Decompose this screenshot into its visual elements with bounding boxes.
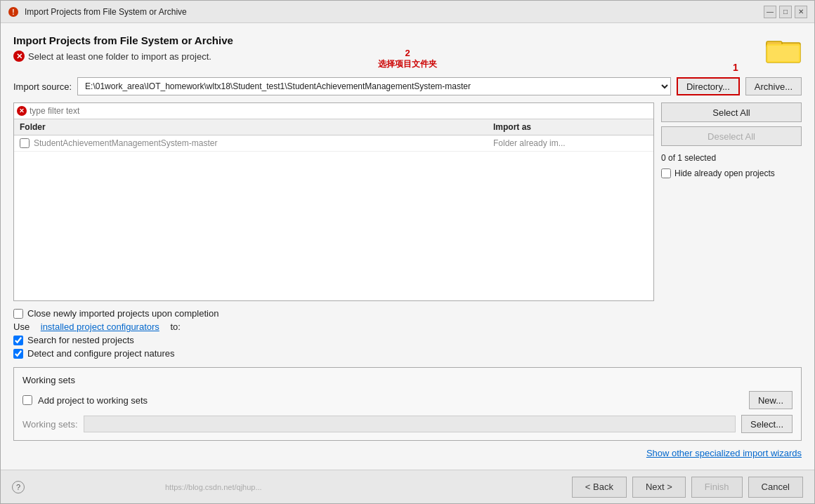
cancel-button[interactable]: Cancel — [748, 477, 803, 498]
back-button[interactable]: < Back — [572, 477, 627, 498]
error-icon: ✕ — [13, 51, 25, 62]
working-sets-label-row: Working sets: Select... — [22, 415, 793, 433]
close-newly-row: Close newly imported projects upon compl… — [13, 308, 802, 319]
options-area: Close newly imported projects upon compl… — [13, 308, 802, 362]
error-message: Select at least one folder to import as … — [28, 51, 211, 62]
col-folder-header: Folder — [20, 122, 493, 132]
folder-name: StudentAchievementManagementSystem-maste… — [34, 138, 217, 148]
detect-natures-checkbox[interactable] — [13, 349, 23, 359]
hide-checkbox[interactable] — [661, 168, 671, 178]
close-newly-checkbox[interactable] — [13, 309, 23, 319]
dialog-title: Import Projects from File System or Arch… — [13, 34, 233, 46]
select-all-button[interactable]: Select All — [661, 102, 802, 122]
hide-row: Hide already open projects — [661, 168, 802, 178]
close-button[interactable]: ✕ — [795, 6, 807, 18]
filter-error-icon: ✕ — [17, 106, 27, 116]
import-source-select[interactable]: E:\01work_area\IOT_homework\wltx18\Stude… — [77, 77, 671, 95]
deselect-all-button[interactable]: Deselect All — [661, 126, 802, 146]
import-source-label: Import source: — [13, 81, 72, 92]
new-working-set-button[interactable]: New... — [749, 391, 793, 409]
search-nested-label: Search for nested projects — [27, 335, 134, 345]
to-text: to: — [170, 321, 180, 332]
use-text: Use — [13, 321, 30, 332]
main-window: ! Import Projects from File System or Ar… — [0, 0, 815, 504]
table-header: Folder Import as — [14, 119, 653, 135]
bottom-bar: ? https://blog.csdn.net/qjhup... < Back … — [1, 470, 814, 503]
import-source-row: Import source: E:\01work_area\IOT_homewo… — [13, 77, 802, 95]
finish-button[interactable]: Finish — [691, 477, 743, 498]
filter-row: ✕ — [14, 103, 653, 119]
error-row: ✕ Select at least one folder to import a… — [13, 51, 233, 62]
hide-label: Hide already open projects — [674, 168, 775, 178]
dialog-header: Import Projects from File System or Arch… — [13, 34, 802, 72]
show-wizards-link[interactable]: Show other specialized import wizards — [646, 448, 802, 458]
archive-button[interactable]: Archive... — [745, 77, 802, 95]
bottom-right: < Back Next > Finish Cancel — [572, 477, 803, 498]
maximize-button[interactable]: □ — [779, 6, 792, 18]
working-sets-title: Working sets — [22, 375, 793, 385]
configurators-link[interactable]: installed project configurators — [41, 321, 159, 332]
row-checkbox[interactable] — [20, 138, 30, 148]
filter-input[interactable] — [30, 106, 651, 116]
svg-rect-5 — [768, 46, 799, 61]
window-title: Import Projects from File System or Arch… — [25, 7, 187, 17]
title-bar: ! Import Projects from File System or Ar… — [1, 1, 814, 23]
working-sets-label: Working sets: — [22, 419, 78, 430]
detect-natures-label: Detect and configure project natures — [27, 348, 175, 359]
dialog-content: Import Projects from File System or Arch… — [1, 23, 814, 470]
working-sets-add-row: Add project to working sets New... — [22, 391, 793, 409]
folder-icon-large — [765, 34, 802, 66]
main-area: ✕ Folder Import as StudentAchievementMan… — [13, 102, 802, 301]
selected-count: 0 of 1 selected — [661, 153, 802, 163]
folders-panel: ✕ Folder Import as StudentAchievementMan… — [13, 102, 654, 301]
show-wizards-row: Show other specialized import wizards — [13, 448, 802, 458]
table-row: StudentAchievementManagementSystem-maste… — [14, 135, 653, 152]
directory-button[interactable]: Directory... — [677, 77, 740, 95]
add-to-working-sets-label: Add project to working sets — [38, 395, 743, 406]
select-working-set-button[interactable]: Select... — [741, 415, 793, 433]
app-icon: ! — [8, 6, 19, 18]
callout-1: 1 — [733, 62, 738, 73]
close-newly-label: Close newly imported projects upon compl… — [27, 308, 219, 319]
use-configurators-row: Use installed project configurators to: — [13, 321, 802, 332]
import-source-area: 2 选择项目文件夹 Import source: E:\01work_area\… — [13, 77, 802, 102]
working-sets-group: Working sets Add project to working sets… — [13, 367, 802, 441]
working-sets-input[interactable] — [84, 416, 736, 432]
watermark: https://blog.csdn.net/qjhup... — [25, 483, 262, 491]
bottom-left: ? https://blog.csdn.net/qjhup... — [12, 481, 262, 493]
window-controls: — □ ✕ — [764, 6, 807, 18]
table-row-folder: StudentAchievementManagementSystem-maste… — [20, 138, 493, 148]
search-nested-checkbox[interactable] — [13, 336, 23, 345]
right-panel: Select All Deselect All 0 of 1 selected … — [661, 102, 802, 301]
search-nested-row: Search for nested projects — [13, 335, 802, 345]
svg-text:!: ! — [12, 8, 14, 16]
col-import-as-header: Import as — [493, 122, 648, 132]
add-to-working-sets-checkbox[interactable] — [22, 395, 32, 405]
help-icon[interactable]: ? — [12, 481, 25, 493]
next-button[interactable]: Next > — [632, 477, 686, 498]
minimize-button[interactable]: — — [764, 6, 776, 18]
detect-natures-row: Detect and configure project natures — [13, 348, 802, 359]
import-as-cell: Folder already im... — [493, 138, 648, 148]
